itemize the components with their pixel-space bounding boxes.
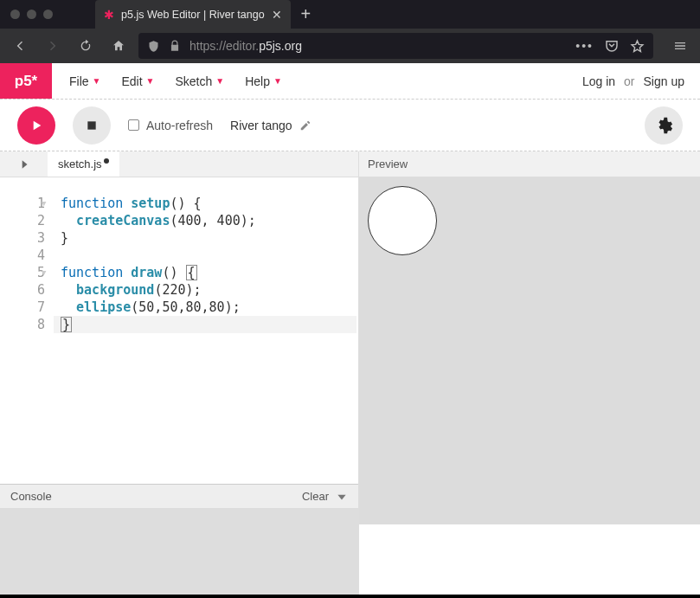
reload-button[interactable] [73, 33, 99, 59]
preview-header: Preview [359, 151, 700, 177]
auto-refresh-label: Auto-refresh [146, 119, 213, 132]
pencil-icon[interactable] [299, 119, 311, 132]
forward-button[interactable] [40, 33, 66, 59]
back-button[interactable] [7, 33, 33, 59]
signup-link[interactable]: Sign up [644, 74, 684, 88]
svg-rect-0 [87, 121, 95, 129]
auto-refresh-toggle[interactable]: Auto-refresh [128, 119, 213, 132]
workspace: sketch.js ▼ ▼ 1 2 3 4 5 6 7 8 function s… [0, 151, 700, 595]
pocket-icon[interactable] [604, 38, 620, 54]
shield-icon [147, 40, 160, 53]
url-bar[interactable]: https://editor.p5js.org ••• [138, 33, 653, 59]
menu-file[interactable]: File▼ [59, 74, 111, 88]
toolbar: Auto-refresh River tango [0, 100, 700, 151]
home-button[interactable] [106, 33, 132, 59]
console-title: Console [10, 490, 52, 503]
menu-bar: File▼ Edit▼ Sketch▼ Help▼ [52, 63, 292, 99]
play-icon [29, 119, 43, 132]
menu-sketch[interactable]: Sketch▼ [165, 74, 235, 88]
browser-tab[interactable]: ✱ p5.js Web Editor | River tango ✕ [95, 0, 291, 29]
caret-down-icon: ▼ [215, 76, 224, 86]
p5-favicon: ✱ [104, 8, 114, 22]
editor-pane: sketch.js ▼ ▼ 1 2 3 4 5 6 7 8 function s… [0, 151, 359, 595]
caret-down-icon: ▼ [273, 76, 282, 86]
caret-down-icon: ▼ [146, 76, 155, 86]
preview-footer [359, 524, 700, 595]
code-content[interactable]: function setup() { createCanvas(400, 400… [54, 177, 356, 484]
stop-icon [86, 119, 98, 132]
minimize-window[interactable] [27, 10, 36, 19]
hamburger-menu[interactable] [667, 33, 693, 59]
bookmark-star-icon[interactable] [630, 39, 645, 54]
gear-icon [654, 116, 673, 135]
auth-links: Log in or Sign up [582, 63, 700, 99]
tab-title: p5.js Web Editor | River tango [121, 9, 265, 21]
maximize-window[interactable] [43, 10, 53, 19]
ellipse-shape [368, 186, 437, 255]
login-link[interactable]: Log in [582, 74, 615, 88]
line-gutter: ▼ ▼ 1 2 3 4 5 6 7 8 [0, 177, 54, 484]
menu-help[interactable]: Help▼ [234, 74, 292, 88]
settings-button[interactable] [645, 106, 683, 145]
fold-arrow-icon[interactable]: ▼ [42, 195, 46, 212]
console-header: Console Clear [0, 484, 358, 508]
menu-edit[interactable]: Edit▼ [111, 74, 164, 88]
chevron-right-icon [18, 158, 30, 170]
tab-bar: ✱ p5.js Web Editor | River tango ✕ + [95, 0, 321, 29]
url-text: https://editor.p5js.org [189, 39, 302, 53]
browser-titlebar: ✱ p5.js Web Editor | River tango ✕ + [0, 0, 700, 29]
auth-or: or [624, 74, 634, 88]
close-window[interactable] [10, 10, 20, 19]
stop-button[interactable] [73, 106, 111, 145]
code-editor[interactable]: ▼ ▼ 1 2 3 4 5 6 7 8 function setup() { c… [0, 177, 358, 484]
play-button[interactable] [17, 106, 55, 145]
close-tab-icon[interactable]: ✕ [272, 8, 282, 22]
editor-tabbar: sketch.js [0, 151, 358, 177]
sketch-name[interactable]: River tango [230, 119, 311, 132]
new-tab-button[interactable]: + [291, 0, 322, 29]
sidebar-toggle[interactable] [0, 151, 48, 177]
preview-pane: Preview [359, 151, 700, 595]
console-clear-button[interactable]: Clear [302, 490, 329, 503]
p5-editor-app: p5* File▼ Edit▼ Sketch▼ Help▼ Log in or … [0, 63, 700, 595]
window-controls [10, 10, 53, 19]
caret-down-icon: ▼ [93, 76, 101, 86]
fold-arrow-icon[interactable]: ▼ [42, 264, 46, 281]
unsaved-dot-icon [104, 158, 109, 164]
more-icon[interactable]: ••• [575, 39, 594, 53]
file-tab-sketch[interactable]: sketch.js [48, 151, 119, 177]
p5-logo[interactable]: p5* [0, 63, 52, 99]
sketch-canvas[interactable] [359, 177, 700, 524]
auto-refresh-checkbox[interactable] [128, 119, 139, 131]
console-body[interactable] [0, 508, 358, 595]
app-topbar: p5* File▼ Edit▼ Sketch▼ Help▼ Log in or … [0, 63, 700, 100]
lock-icon [169, 40, 181, 52]
browser-navbar: https://editor.p5js.org ••• [0, 29, 700, 63]
chevron-down-icon[interactable] [336, 491, 348, 503]
